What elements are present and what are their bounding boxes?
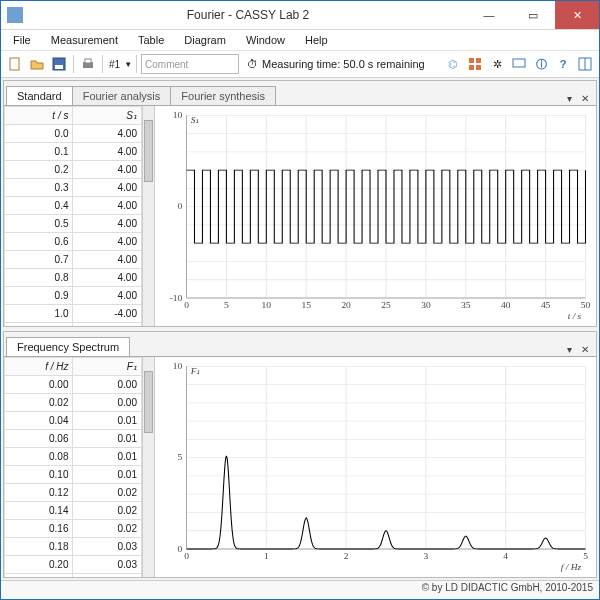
table-row[interactable]: 0.04.00	[5, 125, 142, 143]
table-row[interactable]: 0.160.02	[5, 520, 142, 538]
info-icon[interactable]: ⓘ	[531, 54, 551, 74]
svg-text:0: 0	[184, 552, 189, 561]
table-row[interactable]: 0.040.01	[5, 412, 142, 430]
stopwatch-icon: ⏱	[247, 58, 258, 70]
menu-measurement[interactable]: Measurement	[43, 32, 126, 48]
table-row[interactable]: 0.200.03	[5, 556, 142, 574]
svg-rect-9	[513, 59, 525, 67]
menu-file[interactable]: File	[5, 32, 39, 48]
help-icon[interactable]: ?	[553, 54, 573, 74]
tab-fourier-synthesis[interactable]: Fourier synthesis	[170, 86, 276, 105]
maximize-button[interactable]: ▭	[511, 1, 555, 29]
table-row[interactable]: 0.100.01	[5, 466, 142, 484]
svg-text:1: 1	[264, 552, 269, 561]
tab-frequency-spectrum[interactable]: Frequency Spectrum	[6, 337, 130, 356]
svg-rect-8	[476, 65, 481, 70]
table-row[interactable]: 0.64.00	[5, 233, 142, 251]
pane-spectrum: Frequency Spectrum ▾✕ f / HzF₁ 0.000.000…	[3, 331, 597, 578]
svg-text:40: 40	[501, 301, 511, 310]
table-row[interactable]: 0.84.00	[5, 269, 142, 287]
table-row[interactable]: 0.140.02	[5, 502, 142, 520]
scrollbar[interactable]	[142, 106, 154, 326]
table-spectrum: f / HzF₁ 0.000.000.020.000.040.010.060.0…	[4, 357, 155, 577]
svg-text:5: 5	[224, 301, 229, 310]
svg-text:45: 45	[541, 301, 551, 310]
panel-icon[interactable]	[575, 54, 595, 74]
menu-help[interactable]: Help	[297, 32, 336, 48]
monitor-icon[interactable]	[509, 54, 529, 74]
table-row[interactable]: 0.210.03	[5, 574, 142, 578]
svg-text:20: 20	[341, 301, 351, 310]
svg-text:25: 25	[381, 301, 391, 310]
table-row[interactable]: 0.180.03	[5, 538, 142, 556]
measuring-time-label: Measuring time: 50.0 s remaining	[262, 58, 425, 70]
titlebar: Fourier - CASSY Lab 2 — ▭ ✕	[1, 1, 599, 30]
table-row[interactable]: 1.1-4.00	[5, 323, 142, 327]
bluetooth-icon[interactable]: ⌬	[443, 54, 463, 74]
table-row[interactable]: 1.0-4.00	[5, 305, 142, 323]
app-icon	[7, 7, 23, 23]
chart-spectrum: 0123450510F₁f / Hz	[155, 357, 596, 577]
svg-text:15: 15	[301, 301, 311, 310]
table-row[interactable]: 0.74.00	[5, 251, 142, 269]
svg-text:10: 10	[262, 301, 272, 310]
close-button[interactable]: ✕	[555, 1, 599, 29]
dropdown-icon[interactable]: ▼	[124, 60, 132, 69]
settings-icon[interactable]	[465, 54, 485, 74]
pane2-menu-icon[interactable]: ▾	[562, 342, 576, 356]
svg-text:4: 4	[503, 552, 508, 561]
svg-text:3: 3	[424, 552, 429, 561]
col-F1: F₁	[73, 358, 141, 376]
svg-rect-2	[55, 65, 63, 69]
svg-text:F₁: F₁	[190, 366, 201, 375]
window-title: Fourier - CASSY Lab 2	[29, 8, 467, 22]
minimize-button[interactable]: —	[467, 1, 511, 29]
table-row[interactable]: 0.94.00	[5, 287, 142, 305]
svg-rect-7	[469, 65, 474, 70]
svg-rect-5	[469, 58, 474, 63]
table-row[interactable]: 0.44.00	[5, 197, 142, 215]
comment-input[interactable]: Comment	[141, 54, 239, 74]
toolbar: #1 ▼ Comment ⏱ Measuring time: 50.0 s re…	[1, 51, 599, 78]
menubar: File Measurement Table Diagram Window He…	[1, 30, 599, 51]
svg-text:S₁: S₁	[191, 115, 200, 124]
svg-rect-0	[10, 58, 19, 70]
menu-diagram[interactable]: Diagram	[176, 32, 234, 48]
open-icon[interactable]	[27, 54, 47, 74]
table-row[interactable]: 0.120.02	[5, 484, 142, 502]
svg-text:5: 5	[178, 453, 183, 462]
table-row[interactable]: 0.34.00	[5, 179, 142, 197]
tab-standard[interactable]: Standard	[6, 86, 73, 105]
pane1-close-icon[interactable]: ✕	[578, 91, 592, 105]
svg-text:50: 50	[581, 301, 591, 310]
count-label[interactable]: #1	[107, 59, 122, 70]
pane1-menu-icon[interactable]: ▾	[562, 91, 576, 105]
scrollbar[interactable]	[142, 357, 154, 577]
svg-text:-10: -10	[170, 293, 183, 302]
svg-text:35: 35	[461, 301, 471, 310]
svg-text:0: 0	[184, 301, 189, 310]
svg-text:0: 0	[178, 202, 183, 211]
svg-text:5: 5	[583, 552, 588, 561]
gear-icon[interactable]: ✲	[487, 54, 507, 74]
save-icon[interactable]	[49, 54, 69, 74]
new-icon[interactable]	[5, 54, 25, 74]
table-row[interactable]: 0.24.00	[5, 161, 142, 179]
tab-fourier-analysis[interactable]: Fourier analysis	[72, 86, 172, 105]
svg-text:10: 10	[173, 362, 183, 371]
footer: © by LD DIDACTIC GmbH, 2010-2015	[1, 580, 599, 599]
table-row[interactable]: 0.020.00	[5, 394, 142, 412]
pane2-close-icon[interactable]: ✕	[578, 342, 592, 356]
table-row[interactable]: 0.060.01	[5, 430, 142, 448]
menu-window[interactable]: Window	[238, 32, 293, 48]
svg-text:f / Hz: f / Hz	[561, 562, 582, 571]
content-area: Standard Fourier analysis Fourier synthe…	[1, 78, 599, 580]
chart-signal: 05101520253035404550-10010S₁t / s	[155, 106, 596, 326]
print-icon[interactable]	[78, 54, 98, 74]
table-row[interactable]: 0.54.00	[5, 215, 142, 233]
svg-text:t / s: t / s	[568, 311, 582, 320]
table-row[interactable]: 0.14.00	[5, 143, 142, 161]
table-row[interactable]: 0.080.01	[5, 448, 142, 466]
table-row[interactable]: 0.000.00	[5, 376, 142, 394]
menu-table[interactable]: Table	[130, 32, 172, 48]
